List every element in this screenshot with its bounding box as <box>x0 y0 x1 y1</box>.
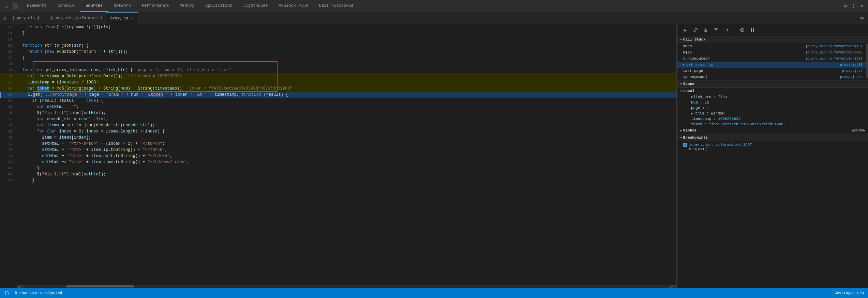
svg-line-1 <box>741 29 744 31</box>
breakpoints-title: Breakpoints <box>683 136 708 140</box>
code-panel: 22 return class[ +(key === '(')](cls) 23… <box>0 24 677 288</box>
settings-icon[interactable]: ⚙ <box>842 3 849 10</box>
call-stack-item-anonymous[interactable]: (anonymous) proxy.js:68 <box>677 74 868 80</box>
right-scrollbar-thumb[interactable] <box>866 44 868 78</box>
code-line-40: 40 item = items[index]; <box>0 135 676 141</box>
local-scope-header[interactable]: ▼ Local <box>677 88 868 94</box>
breakpoint-code: m.ajax({ <box>689 147 752 151</box>
code-line-46: 46 $("#ip-list").html(setHtml); <box>0 171 676 177</box>
this-expand-arrow: ▶ <box>691 112 695 115</box>
step-into-btn[interactable] <box>702 26 709 34</box>
status-left: {} 5 characters selected <box>4 291 62 296</box>
code-line-42: 42 setHtml += "<td>" + item.ip.toString(… <box>0 147 676 153</box>
code-line-35: 35 var setHtml = ""; <box>0 104 676 110</box>
code-line-27: 27 } <box>0 55 676 61</box>
more-tabs-icon[interactable]: ≫ <box>858 15 865 21</box>
top-bar-right: ⚙ ⋮ ✕ <box>839 3 868 10</box>
file-tab-proxy[interactable]: proxy.js ✕ <box>106 12 138 24</box>
code-line-36: 36 $("#ip-list").html(setHtml); <box>0 110 676 116</box>
status-bar: {} 5 characters selected Coverage: n/a <box>0 288 868 298</box>
debug-toolbar: ▶ <box>677 24 868 36</box>
call-stack-item-send[interactable]: send jquery.min.js:formatted:4151 <box>677 43 868 49</box>
file-tab-jquery-formatted[interactable]: jquery.min.js:formatted <box>46 12 106 24</box>
breakpoints-header[interactable]: ▼ Breakpoints <box>677 134 868 141</box>
code-line-22: 22 return class[ +(key === '(')](cls) <box>0 24 676 30</box>
code-line-25: 25 function str_to_json(str) { <box>0 43 676 49</box>
call-stack-section: ▼ Call Stack send jquery.min.js:formatte… <box>677 36 868 80</box>
close-devtools-icon[interactable]: ✕ <box>858 3 865 10</box>
local-scope-group: ▼ Local click_btn : "last" num : 15 <box>677 88 868 127</box>
file-tab-proxy-close[interactable]: ✕ <box>132 16 134 20</box>
scroll-left-arrow[interactable]: ◁ <box>17 285 24 287</box>
code-line-39: 39 for (var index = 0; index < items.len… <box>0 128 676 135</box>
horizontal-scrollbar[interactable]: ◁ ▷ <box>16 285 676 288</box>
tab-editthiscookie[interactable]: EditThisCookie <box>314 0 359 12</box>
global-scope-header[interactable]: ▶ Global Window <box>677 127 868 134</box>
svg-rect-2 <box>751 28 752 32</box>
status-right: Coverage: n/a <box>835 291 864 295</box>
step-out-btn[interactable] <box>712 26 720 34</box>
current-frame-indicator: ▶ <box>683 63 685 67</box>
devtools-icons: ⬚ ⬛ <box>0 0 21 12</box>
scope-section: ▼ Scope ▼ Local click_btn : "last" num <box>677 80 868 134</box>
scope-arrow: ▼ <box>680 82 682 85</box>
top-navigation-bar: ⬚ ⬛ Elements Console Sources Network Per… <box>0 0 868 12</box>
code-line-31: 31 timestamp = timestamp / 1000; <box>0 79 676 85</box>
code-line-47: 47 } <box>0 177 676 184</box>
tab-application[interactable]: Application <box>200 0 238 12</box>
code-line-23: 23 } <box>0 30 676 36</box>
code-content[interactable]: 22 return class[ +(key === '(')](cls) 23… <box>0 24 676 288</box>
code-line-44: 44 setHtml += "<td>" + item.time.toStrin… <box>0 159 676 165</box>
file-tabs-right: ≫ <box>856 15 868 21</box>
tab-elements[interactable]: Elements <box>21 0 52 12</box>
scope-title: Scope <box>683 82 694 86</box>
call-stack-item-get-proxy-ip[interactable]: ▶ get_proxy_ip proxy.js:33 <box>677 62 868 68</box>
file-tab-jquery-min[interactable]: jquery.min.js <box>8 12 46 24</box>
tab-console[interactable]: Console <box>52 0 80 12</box>
tab-sources[interactable]: Sources <box>80 0 108 12</box>
scope-header[interactable]: ▼ Scope <box>677 80 868 88</box>
scope-timestamp: timestamp : 1605278833 <box>686 116 868 122</box>
right-panel-scrollbar[interactable] <box>866 37 868 241</box>
nav-tabs: Elements Console Sources Network Perform… <box>21 0 359 12</box>
call-stack-arrow: ▼ <box>680 38 682 41</box>
local-arrow: ▼ <box>680 90 682 93</box>
pause-on-exceptions-btn[interactable] <box>749 26 756 34</box>
step-over-btn[interactable] <box>692 26 699 34</box>
brace-icon[interactable]: {} <box>4 291 10 296</box>
file-tabs-row: ◁ jquery.min.js jquery.min.js:formatted … <box>0 12 868 24</box>
breakpoints-arrow: ▼ <box>680 136 682 139</box>
scroll-thumb[interactable] <box>66 285 134 287</box>
file-tab-proxy-label: proxy.js <box>110 16 129 20</box>
scope-this[interactable]: ▶ this : Window <box>686 111 868 116</box>
more-options-icon[interactable]: ⋮ <box>850 3 857 10</box>
filetab-nav-left[interactable]: ◁ <box>0 12 8 24</box>
deactivate-breakpoints-btn[interactable] <box>738 26 746 34</box>
tab-memory[interactable]: Memory <box>174 0 200 12</box>
code-line-28: 28 <box>0 61 676 67</box>
inspect-icon[interactable]: ⬚ <box>3 3 10 10</box>
code-line-30: 30 var timestamp = Date.parse(new Date()… <box>0 73 676 79</box>
tab-lighthouse[interactable]: Lighthouse <box>238 0 273 12</box>
step-btn[interactable] <box>722 26 730 34</box>
global-scope-group: ▶ Global Window <box>677 127 868 134</box>
breakpoint-checkbox[interactable] <box>683 143 687 147</box>
code-line-33: 33 $.get('../proxy?page=' + page + '&num… <box>0 92 676 98</box>
call-stack-header[interactable]: ▼ Call Stack <box>677 36 868 43</box>
file-tabs: jquery.min.js jquery.min.js:formatted pr… <box>8 12 856 24</box>
code-line-26: 26 return (new Function("return " + str)… <box>0 49 676 55</box>
tab-adblock-plus[interactable]: Adblock Plus <box>273 0 314 12</box>
scope-click-btn: click_btn : "last" <box>686 94 868 100</box>
tab-performance[interactable]: Performance <box>136 0 174 12</box>
device-icon[interactable]: ⬛ <box>12 3 18 10</box>
tab-network[interactable]: Network <box>108 0 136 12</box>
code-line-43: 43 setHtml += "<td>" + item.port.toStrin… <box>0 153 676 159</box>
scroll-right-arrow[interactable]: ▷ <box>670 285 676 287</box>
call-stack-title: Call Stack <box>683 37 706 42</box>
call-stack-item-ajax[interactable]: ajax jquery.min.js:formatted:3945 <box>677 49 868 56</box>
global-arrow: ▶ <box>680 129 682 132</box>
call-stack-item-mcomputed[interactable]: m.<computed> jquery.min.js:formatted:399… <box>677 56 868 62</box>
resume-btn[interactable]: ▶ <box>682 26 689 34</box>
status-selection: 5 characters selected <box>15 291 62 295</box>
call-stack-item-last-page[interactable]: last_page proxy.js:5 <box>677 68 868 74</box>
